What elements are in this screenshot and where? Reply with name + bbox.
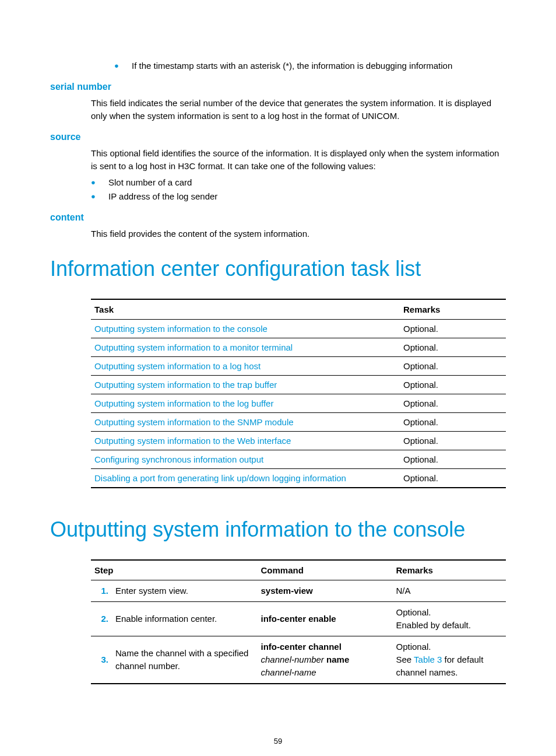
task-link[interactable]: Configuring synchronous information outp…	[94, 454, 263, 464]
command-cell: info-center channelchannel-number namech…	[257, 636, 392, 684]
table-row: 3.Name the channel with a specified chan…	[91, 636, 506, 684]
section-heading-content: content	[50, 212, 506, 223]
step-description: Enter system view.	[112, 580, 257, 602]
remarks-cell: Optional.	[400, 432, 506, 450]
body-text: This field provides the content of the s…	[91, 228, 506, 240]
table-header-row: Step Command Remarks	[91, 560, 506, 580]
bullet-icon: ●	[91, 190, 108, 203]
remarks-cell: Optional.Enabled by default.	[392, 602, 506, 636]
remarks-cell: Optional.See Table 3 for default channel…	[392, 636, 506, 684]
remarks-cell: Optional.	[400, 469, 506, 488]
task-link[interactable]: Outputting system information to the SNM…	[94, 417, 294, 427]
table-header-remarks: Remarks	[400, 299, 506, 320]
task-link[interactable]: Outputting system information to the tra…	[94, 380, 277, 390]
table-row: Outputting system information to the Web…	[91, 432, 506, 450]
task-link[interactable]: Outputting system information to a monit…	[94, 342, 293, 352]
table-row: 2.Enable information center.info-center …	[91, 602, 506, 636]
remarks-cell: Optional.	[400, 338, 506, 357]
task-cell[interactable]: Configuring synchronous information outp…	[91, 450, 400, 469]
remarks-cell: Optional.	[400, 376, 506, 394]
table-reference-link[interactable]: Table 3	[414, 654, 442, 664]
table-header-row: Task Remarks	[91, 299, 506, 320]
task-link[interactable]: Disabling a port from generating link up…	[94, 473, 346, 483]
bullet-icon: ●	[114, 60, 132, 72]
list-item-text: IP address of the log sender	[108, 190, 506, 203]
list-item: ● If the timestamp starts with an asteri…	[114, 60, 506, 72]
table-header-remarks: Remarks	[392, 560, 506, 580]
task-cell[interactable]: Outputting system information to the log…	[91, 394, 400, 413]
table-row: Outputting system information to a monit…	[91, 338, 506, 357]
remarks-cell: Optional.	[400, 357, 506, 376]
table-row: Outputting system information to the SNM…	[91, 413, 506, 432]
table-header-step: Step	[91, 560, 257, 580]
remarks-cell: Optional.	[400, 413, 506, 432]
table-row: Outputting system information to the tra…	[91, 376, 506, 394]
task-cell[interactable]: Outputting system information to the Web…	[91, 432, 400, 450]
remarks-cell: Optional.	[400, 394, 506, 413]
table-row: Disabling a port from generating link up…	[91, 469, 506, 488]
task-link[interactable]: Outputting system information to a log h…	[94, 361, 261, 371]
task-cell[interactable]: Outputting system information to the con…	[91, 320, 400, 338]
table-row: Outputting system information to the log…	[91, 394, 506, 413]
body-text: This optional field identifies the sourc…	[91, 147, 506, 173]
task-link[interactable]: Outputting system information to the Web…	[94, 436, 291, 446]
step-number: 3.	[91, 636, 112, 684]
list-item: ● IP address of the log sender	[91, 190, 506, 203]
task-cell[interactable]: Disabling a port from generating link up…	[91, 469, 400, 488]
heading-output-console: Outputting system information to the con…	[50, 517, 506, 542]
task-list-table: Task Remarks Outputting system informati…	[91, 299, 506, 488]
remarks-cell: Optional.	[400, 320, 506, 338]
section-heading-serial: serial number	[50, 82, 506, 92]
table-header-task: Task	[91, 299, 400, 320]
step-number: 2.	[91, 602, 112, 636]
body-text: This field indicates the serial number o…	[91, 97, 506, 123]
task-cell[interactable]: Outputting system information to the tra…	[91, 376, 400, 394]
command-cell: system-view	[257, 580, 392, 602]
command-cell: info-center enable	[257, 602, 392, 636]
task-cell[interactable]: Outputting system information to a log h…	[91, 357, 400, 376]
table-row: Configuring synchronous information outp…	[91, 450, 506, 469]
list-item-text: Slot number of a card	[108, 176, 506, 189]
table-row: Outputting system information to the con…	[91, 320, 506, 338]
section-heading-source: source	[50, 132, 506, 142]
step-number: 1.	[91, 580, 112, 602]
step-description: Name the channel with a specified channe…	[112, 636, 257, 684]
task-cell[interactable]: Outputting system information to a monit…	[91, 338, 400, 357]
document-page: ● If the timestamp starts with an asteri…	[0, 0, 556, 756]
step-table: Step Command Remarks 1.Enter system view…	[91, 559, 506, 684]
table-row: Outputting system information to a log h…	[91, 357, 506, 376]
heading-task-list: Information center configuration task li…	[50, 257, 506, 281]
task-link[interactable]: Outputting system information to the con…	[94, 324, 268, 334]
list-item: ● Slot number of a card	[91, 176, 506, 189]
bullet-icon: ●	[91, 176, 108, 189]
task-cell[interactable]: Outputting system information to the SNM…	[91, 413, 400, 432]
list-item-text: If the timestamp starts with an asterisk…	[132, 60, 506, 72]
page-number: 59	[50, 737, 506, 746]
table-row: 1.Enter system view.system-viewN/A	[91, 580, 506, 602]
step-description: Enable information center.	[112, 602, 257, 636]
table-header-command: Command	[257, 560, 392, 580]
remarks-cell: N/A	[392, 580, 506, 602]
task-link[interactable]: Outputting system information to the log…	[94, 398, 273, 408]
remarks-cell: Optional.	[400, 450, 506, 469]
